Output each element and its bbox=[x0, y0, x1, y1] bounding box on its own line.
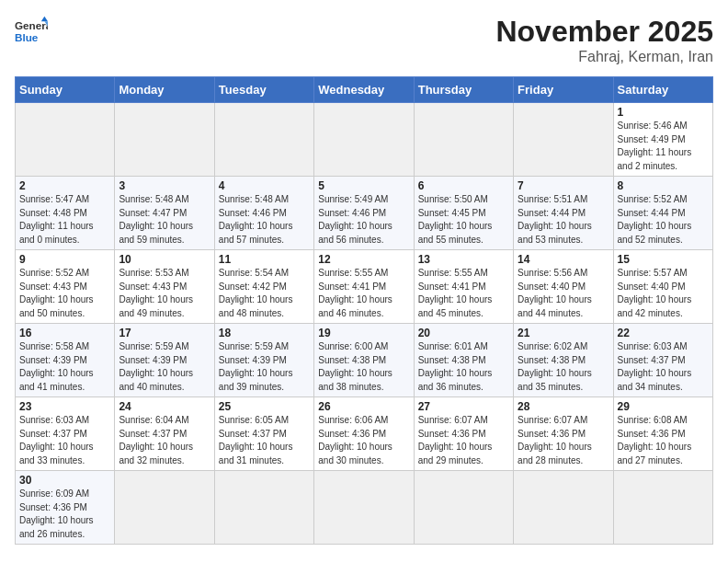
day-number: 23 bbox=[19, 400, 110, 413]
day-number: 4 bbox=[219, 179, 310, 192]
day-info: Sunrise: 6:05 AMSunset: 4:37 PMDaylight:… bbox=[219, 414, 310, 467]
calendar-cell bbox=[214, 471, 313, 545]
calendar-cell bbox=[115, 471, 214, 545]
page-header: General Blue November 2025 Fahraj, Kerma… bbox=[15, 15, 713, 65]
day-number: 20 bbox=[418, 327, 509, 339]
day-number: 12 bbox=[318, 253, 409, 266]
day-info: Sunrise: 5:49 AMSunset: 4:46 PMDaylight:… bbox=[318, 193, 409, 247]
day-number: 22 bbox=[618, 327, 709, 339]
calendar-cell: 18Sunrise: 5:59 AMSunset: 4:39 PMDayligh… bbox=[214, 324, 313, 397]
calendar-cell: 13Sunrise: 5:55 AMSunset: 4:41 PMDayligh… bbox=[414, 250, 513, 324]
day-info: Sunrise: 6:09 AMSunset: 4:36 PMDaylight:… bbox=[19, 488, 110, 541]
day-info: Sunrise: 5:59 AMSunset: 4:39 PMDaylight:… bbox=[119, 340, 210, 394]
day-info: Sunrise: 5:58 AMSunset: 4:39 PMDaylight:… bbox=[19, 340, 110, 394]
calendar-cell bbox=[16, 103, 115, 177]
day-info: Sunrise: 5:59 AMSunset: 4:39 PMDaylight:… bbox=[219, 340, 310, 394]
calendar-cell: 26Sunrise: 6:06 AMSunset: 4:36 PMDayligh… bbox=[314, 397, 414, 471]
calendar-cell bbox=[613, 471, 712, 545]
calendar-cell bbox=[314, 103, 414, 177]
day-info: Sunrise: 5:48 AMSunset: 4:47 PMDaylight:… bbox=[119, 193, 210, 247]
calendar-cell: 19Sunrise: 6:00 AMSunset: 4:38 PMDayligh… bbox=[314, 324, 414, 397]
day-number: 18 bbox=[219, 327, 310, 339]
calendar-week-row: 23Sunrise: 6:03 AMSunset: 4:37 PMDayligh… bbox=[16, 397, 713, 471]
calendar-cell bbox=[314, 471, 414, 545]
weekday-header-thursday: Thursday bbox=[414, 77, 513, 103]
day-number: 16 bbox=[19, 327, 110, 339]
day-info: Sunrise: 5:56 AMSunset: 4:40 PMDaylight:… bbox=[518, 267, 609, 320]
weekday-header-monday: Monday bbox=[115, 77, 214, 103]
day-info: Sunrise: 5:50 AMSunset: 4:45 PMDaylight:… bbox=[418, 193, 509, 247]
day-number: 10 bbox=[119, 253, 210, 266]
day-number: 17 bbox=[119, 327, 210, 339]
logo: General Blue bbox=[15, 15, 48, 48]
day-info: Sunrise: 6:07 AMSunset: 4:36 PMDaylight:… bbox=[518, 414, 609, 467]
calendar-cell: 9Sunrise: 5:52 AMSunset: 4:43 PMDaylight… bbox=[16, 250, 115, 324]
calendar-cell: 4Sunrise: 5:48 AMSunset: 4:46 PMDaylight… bbox=[214, 177, 313, 250]
day-info: Sunrise: 5:48 AMSunset: 4:46 PMDaylight:… bbox=[219, 193, 310, 247]
calendar-cell: 14Sunrise: 5:56 AMSunset: 4:40 PMDayligh… bbox=[514, 250, 613, 324]
calendar-cell: 2Sunrise: 5:47 AMSunset: 4:48 PMDaylight… bbox=[16, 177, 115, 250]
calendar-table: SundayMondayTuesdayWednesdayThursdayFrid… bbox=[15, 76, 713, 545]
calendar-cell: 1Sunrise: 5:46 AMSunset: 4:49 PMDaylight… bbox=[613, 103, 712, 177]
calendar-week-row: 9Sunrise: 5:52 AMSunset: 4:43 PMDaylight… bbox=[16, 250, 713, 324]
day-number: 25 bbox=[219, 400, 310, 413]
day-number: 13 bbox=[418, 253, 509, 266]
day-info: Sunrise: 5:53 AMSunset: 4:43 PMDaylight:… bbox=[119, 267, 210, 320]
weekday-header-wednesday: Wednesday bbox=[314, 77, 414, 103]
day-info: Sunrise: 6:07 AMSunset: 4:36 PMDaylight:… bbox=[418, 414, 509, 467]
calendar-cell: 25Sunrise: 6:05 AMSunset: 4:37 PMDayligh… bbox=[214, 397, 313, 471]
day-number: 1 bbox=[618, 106, 709, 119]
calendar-cell: 21Sunrise: 6:02 AMSunset: 4:38 PMDayligh… bbox=[514, 324, 613, 397]
calendar-cell: 17Sunrise: 5:59 AMSunset: 4:39 PMDayligh… bbox=[115, 324, 214, 397]
day-number: 30 bbox=[19, 474, 110, 487]
day-info: Sunrise: 6:01 AMSunset: 4:38 PMDaylight:… bbox=[418, 340, 509, 394]
calendar-cell: 22Sunrise: 6:03 AMSunset: 4:37 PMDayligh… bbox=[613, 324, 712, 397]
day-number: 2 bbox=[19, 179, 110, 192]
day-number: 6 bbox=[418, 179, 509, 192]
day-number: 19 bbox=[318, 327, 409, 339]
day-number: 29 bbox=[618, 400, 709, 413]
day-info: Sunrise: 6:06 AMSunset: 4:36 PMDaylight:… bbox=[318, 414, 409, 467]
day-number: 24 bbox=[119, 400, 210, 413]
calendar-cell: 29Sunrise: 6:08 AMSunset: 4:36 PMDayligh… bbox=[613, 397, 712, 471]
day-info: Sunrise: 5:57 AMSunset: 4:40 PMDaylight:… bbox=[618, 267, 709, 320]
location-title: Fahraj, Kerman, Iran bbox=[495, 49, 713, 65]
calendar-cell: 8Sunrise: 5:52 AMSunset: 4:44 PMDaylight… bbox=[613, 177, 712, 250]
calendar-header-row: SundayMondayTuesdayWednesdayThursdayFrid… bbox=[16, 77, 713, 103]
day-info: Sunrise: 6:03 AMSunset: 4:37 PMDaylight:… bbox=[19, 414, 110, 467]
day-number: 8 bbox=[618, 179, 709, 192]
day-info: Sunrise: 6:02 AMSunset: 4:38 PMDaylight:… bbox=[518, 340, 609, 394]
day-number: 28 bbox=[518, 400, 609, 413]
calendar-cell: 3Sunrise: 5:48 AMSunset: 4:47 PMDaylight… bbox=[115, 177, 214, 250]
calendar-cell: 10Sunrise: 5:53 AMSunset: 4:43 PMDayligh… bbox=[115, 250, 214, 324]
calendar-cell bbox=[414, 471, 513, 545]
day-number: 21 bbox=[518, 327, 609, 339]
calendar-cell bbox=[115, 103, 214, 177]
calendar-cell bbox=[514, 471, 613, 545]
day-number: 26 bbox=[318, 400, 409, 413]
day-info: Sunrise: 5:54 AMSunset: 4:42 PMDaylight:… bbox=[219, 267, 310, 320]
weekday-header-saturday: Saturday bbox=[613, 77, 712, 103]
calendar-cell: 6Sunrise: 5:50 AMSunset: 4:45 PMDaylight… bbox=[414, 177, 513, 250]
calendar-cell: 7Sunrise: 5:51 AMSunset: 4:44 PMDaylight… bbox=[514, 177, 613, 250]
calendar-cell bbox=[214, 103, 313, 177]
calendar-week-row: 30Sunrise: 6:09 AMSunset: 4:36 PMDayligh… bbox=[16, 471, 713, 545]
calendar-cell: 16Sunrise: 5:58 AMSunset: 4:39 PMDayligh… bbox=[16, 324, 115, 397]
day-number: 7 bbox=[518, 179, 609, 192]
calendar-cell bbox=[514, 103, 613, 177]
day-number: 3 bbox=[119, 179, 210, 192]
logo-svg: General Blue bbox=[15, 15, 48, 48]
day-number: 27 bbox=[418, 400, 509, 413]
calendar-cell bbox=[414, 103, 513, 177]
calendar-cell: 20Sunrise: 6:01 AMSunset: 4:38 PMDayligh… bbox=[414, 324, 513, 397]
day-info: Sunrise: 5:51 AMSunset: 4:44 PMDaylight:… bbox=[518, 193, 609, 247]
calendar-week-row: 2Sunrise: 5:47 AMSunset: 4:48 PMDaylight… bbox=[16, 177, 713, 250]
month-title: November 2025 bbox=[495, 15, 713, 49]
day-info: Sunrise: 5:52 AMSunset: 4:44 PMDaylight:… bbox=[618, 193, 709, 247]
calendar-cell: 11Sunrise: 5:54 AMSunset: 4:42 PMDayligh… bbox=[214, 250, 313, 324]
day-info: Sunrise: 6:08 AMSunset: 4:36 PMDaylight:… bbox=[618, 414, 709, 467]
calendar-cell: 5Sunrise: 5:49 AMSunset: 4:46 PMDaylight… bbox=[314, 177, 414, 250]
day-info: Sunrise: 5:55 AMSunset: 4:41 PMDaylight:… bbox=[418, 267, 509, 320]
title-block: November 2025 Fahraj, Kerman, Iran bbox=[495, 15, 713, 65]
day-info: Sunrise: 6:04 AMSunset: 4:37 PMDaylight:… bbox=[119, 414, 210, 467]
